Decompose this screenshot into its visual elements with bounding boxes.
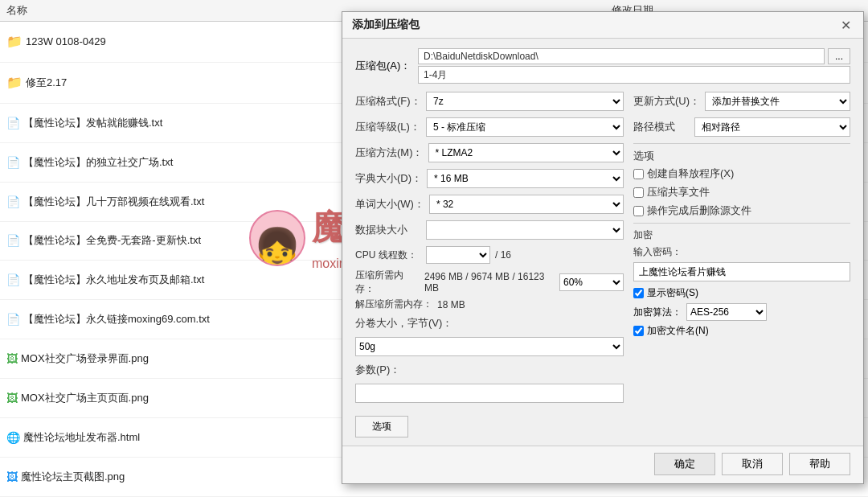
file-name: 123W 0108-0429 <box>26 35 106 47</box>
file-name: 【魔性论坛】的独立社交广场.txt <box>23 155 173 170</box>
options-button[interactable]: 选项 <box>355 416 408 437</box>
archive-path-row: 压缩包(A)： D:\BaiduNetdiskDownload\ ... <box>355 48 850 84</box>
dialog-title-bar: 添加到压缩包 ✕ <box>342 12 863 39</box>
progress-group: 60% <box>559 273 624 291</box>
solid-label: 数据块大小 <box>355 223 421 237</box>
dict-label: 字典大小(D)： <box>355 171 422 186</box>
decompress-memory-label: 解压缩所需内存： <box>355 298 432 311</box>
archive-path-label: 压缩包(A)： <box>355 59 413 73</box>
right-column: 更新方式(U)： 添加并替换文件 路径模式 相对路径 选项 <box>633 92 850 437</box>
pathmode-row: 路径模式 相对路径 <box>633 117 850 137</box>
file-name: 【魔性论坛】全免费-无套路-更新快.txt <box>23 233 201 248</box>
txt-icon: 📄 <box>6 234 20 247</box>
txt-icon: 📄 <box>6 273 20 286</box>
delete-checkbox-row: 操作完成后删除源文件 <box>633 203 850 218</box>
format-select[interactable]: 7z <box>426 92 624 111</box>
help-button[interactable]: 帮助 <box>789 453 850 475</box>
encrypt-filenames-checkbox[interactable] <box>633 326 644 336</box>
archive-path-group: D:\BaiduNetdiskDownload\ ... <box>418 48 850 84</box>
dialog-title: 添加到压缩包 <box>352 18 420 32</box>
level-row: 压缩等级(L)： 5 - 标准压缩 <box>355 117 624 137</box>
params-input[interactable] <box>355 384 624 403</box>
file-name: 【魔性论坛】几十万部视频在线观看.txt <box>23 195 204 209</box>
left-column: 压缩格式(F)： 7z 压缩等级(L)： 5 - 标准压缩 压缩方法(M)： <box>355 92 624 437</box>
txt-icon: 📄 <box>6 195 20 208</box>
sfx-checkbox-row: 创建自释放程序(X) <box>633 166 850 181</box>
params-label: 参数(P)： <box>355 363 421 377</box>
format-row: 压缩格式(F)： 7z <box>355 92 624 111</box>
cpu-label: CPU 线程数： <box>355 249 421 262</box>
file-name: 魔性论坛地址发布器.html <box>23 430 140 445</box>
show-password-checkbox[interactable] <box>633 288 644 298</box>
method-row: 压缩方法(M)： * LZMA2 <box>355 143 624 162</box>
pathmode-label: 路径模式 <box>633 120 690 134</box>
compress-memory-label: 压缩所需内存： <box>355 269 420 296</box>
share-checkbox[interactable] <box>633 187 644 198</box>
confirm-button[interactable]: 确定 <box>654 453 715 475</box>
volume-input-row: 50g <box>355 337 624 356</box>
delete-label: 操作完成后删除源文件 <box>647 203 751 218</box>
decompress-memory-row: 解压缩所需内存： 18 MB <box>355 298 624 311</box>
txt-icon: 📄 <box>6 156 20 169</box>
file-name: 修至2.17 <box>26 76 67 90</box>
method-label: 压缩方法(M)： <box>355 146 424 160</box>
update-label: 更新方式(U)： <box>633 94 700 109</box>
file-name: MOX社交广场主页页面.png <box>21 391 149 405</box>
cpu-row: CPU 线程数： / 16 <box>355 246 624 264</box>
delete-checkbox[interactable] <box>633 206 644 216</box>
level-select[interactable]: 5 - 标准压缩 <box>426 117 624 137</box>
algo-row: 加密算法： AES-256 <box>633 303 850 321</box>
dict-row: 字典大小(D)： * 16 MB <box>355 169 624 188</box>
volume-row: 分卷大小，字节(V)： <box>355 316 624 331</box>
browse-button[interactable]: ... <box>828 48 850 64</box>
dialog-footer: 确定 取消 帮助 <box>342 446 863 483</box>
decompress-memory-value: 18 MB <box>437 299 465 310</box>
img-icon: 🖼 <box>6 352 18 365</box>
txt-icon: 📄 <box>6 313 20 326</box>
dialog-body: 压缩包(A)： D:\BaiduNetdiskDownload\ ... 压缩格… <box>342 39 863 446</box>
png2-icon: 🖼 <box>6 470 18 483</box>
encrypt-section-label: 加密 <box>633 228 850 242</box>
file-name: MOX社交广场登录界面.png <box>21 351 149 366</box>
memory-section: 压缩所需内存： 2496 MB / 9674 MB / 16123 MB 60%… <box>355 269 624 311</box>
share-label: 压缩共享文件 <box>647 185 710 199</box>
update-row: 更新方式(U)： 添加并替换文件 <box>633 92 850 111</box>
folder-icon: 📁 <box>6 34 23 49</box>
progress-select[interactable]: 60% <box>559 273 624 291</box>
img-icon: 🖼 <box>6 392 18 405</box>
html-icon: 🌐 <box>6 431 20 444</box>
compress-memory-values: 2496 MB / 9674 MB / 16123 MB <box>424 271 551 294</box>
pathmode-select[interactable]: 相对路径 <box>694 117 850 137</box>
params-row: 参数(P)： <box>355 363 624 377</box>
share-checkbox-row: 压缩共享文件 <box>633 185 850 199</box>
path-top-row: D:\BaiduNetdiskDownload\ ... <box>418 48 850 64</box>
cpu-select[interactable] <box>426 246 490 264</box>
algo-select[interactable]: AES-256 <box>686 303 767 321</box>
method-select[interactable]: * LZMA2 <box>428 143 624 162</box>
encrypt-input[interactable] <box>633 262 850 281</box>
sfx-label: 创建自释放程序(X) <box>647 166 734 181</box>
file-name: 【魔性论坛】发帖就能赚钱.txt <box>23 116 162 130</box>
file-name: 魔性论坛主页截图.png <box>21 470 125 484</box>
word-select[interactable]: * 32 <box>429 195 624 214</box>
archive-name-input[interactable] <box>418 66 850 84</box>
format-label: 压缩格式(F)： <box>355 94 421 109</box>
volume-label: 分卷大小，字节(V)： <box>355 316 452 331</box>
algo-label: 加密算法： <box>633 306 682 319</box>
cancel-button[interactable]: 取消 <box>722 453 783 475</box>
add-to-archive-dialog: 添加到压缩包 ✕ 压缩包(A)： D:\BaiduNetdiskDownload… <box>342 11 864 484</box>
dialog-close-button[interactable]: ✕ <box>837 17 854 33</box>
update-select[interactable]: 添加并替换文件 <box>705 92 850 111</box>
encrypt-section: 加密 输入密码： 显示密码(S) 加密算法： AES-256 <box>633 228 850 338</box>
dict-select[interactable]: * 16 MB <box>427 169 624 188</box>
sfx-checkbox[interactable] <box>633 169 644 179</box>
solid-select[interactable] <box>426 220 624 240</box>
folder-icon: 📁 <box>6 75 23 90</box>
solid-row: 数据块大小 <box>355 220 624 240</box>
show-password-label: 显示密码(S) <box>647 286 698 300</box>
encrypt-filenames-label: 加密文件名(N) <box>647 324 709 338</box>
dialog-two-cols: 压缩格式(F)： 7z 压缩等级(L)： 5 - 标准压缩 压缩方法(M)： <box>355 92 850 437</box>
archive-path-display: D:\BaiduNetdiskDownload\ <box>418 48 825 64</box>
encrypt-filenames-row: 加密文件名(N) <box>633 324 850 338</box>
volume-select[interactable]: 50g <box>355 337 624 356</box>
